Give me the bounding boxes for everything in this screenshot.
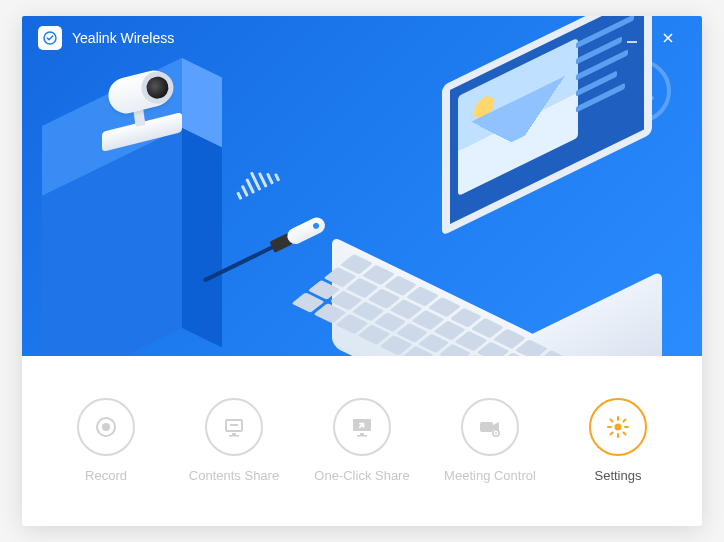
camera-graphic <box>84 74 184 144</box>
svg-rect-14 <box>360 433 364 435</box>
svg-point-19 <box>615 423 622 430</box>
hero-illustration: Yealink Wireless <box>22 16 702 356</box>
toolbar-item-settings[interactable]: Settings <box>558 398 678 483</box>
one-click-share-icon <box>333 398 391 456</box>
meeting-control-icon <box>461 398 519 456</box>
close-button[interactable] <box>650 20 686 56</box>
svg-rect-15 <box>357 435 367 437</box>
wireless-signal-graphic <box>229 161 284 204</box>
toolbar-item-contents-share[interactable]: Contents Share <box>174 398 294 483</box>
laptop-graphic <box>332 86 672 356</box>
svg-rect-10 <box>230 424 238 426</box>
app-title: Yealink Wireless <box>72 30 174 46</box>
app-window: Yealink Wireless <box>22 16 702 526</box>
toolbar-label: Settings <box>595 468 642 483</box>
toolbar-label: Contents Share <box>189 468 279 483</box>
svg-rect-11 <box>232 433 236 435</box>
settings-icon <box>589 398 647 456</box>
scene <box>22 16 702 356</box>
record-icon <box>77 398 135 456</box>
toolbar-label: Record <box>85 468 127 483</box>
toolbar-label: Meeting Control <box>444 468 536 483</box>
toolbar-label: One-Click Share <box>314 468 409 483</box>
app-logo-icon <box>38 26 62 50</box>
toolbar-item-meeting-control[interactable]: Meeting Control <box>430 398 550 483</box>
pedestal-graphic <box>42 126 222 356</box>
toolbar-item-record[interactable]: Record <box>46 398 166 483</box>
toolbar-item-one-click-share[interactable]: One-Click Share <box>302 398 422 483</box>
svg-rect-16 <box>480 422 493 432</box>
toolbar: Record Contents Share One-Click Share Me… <box>22 356 702 526</box>
svg-point-8 <box>102 423 110 431</box>
titlebar: Yealink Wireless <box>22 16 702 60</box>
minimize-button[interactable] <box>614 20 650 56</box>
svg-point-18 <box>495 432 497 434</box>
contents-share-icon <box>205 398 263 456</box>
svg-rect-12 <box>229 435 239 437</box>
